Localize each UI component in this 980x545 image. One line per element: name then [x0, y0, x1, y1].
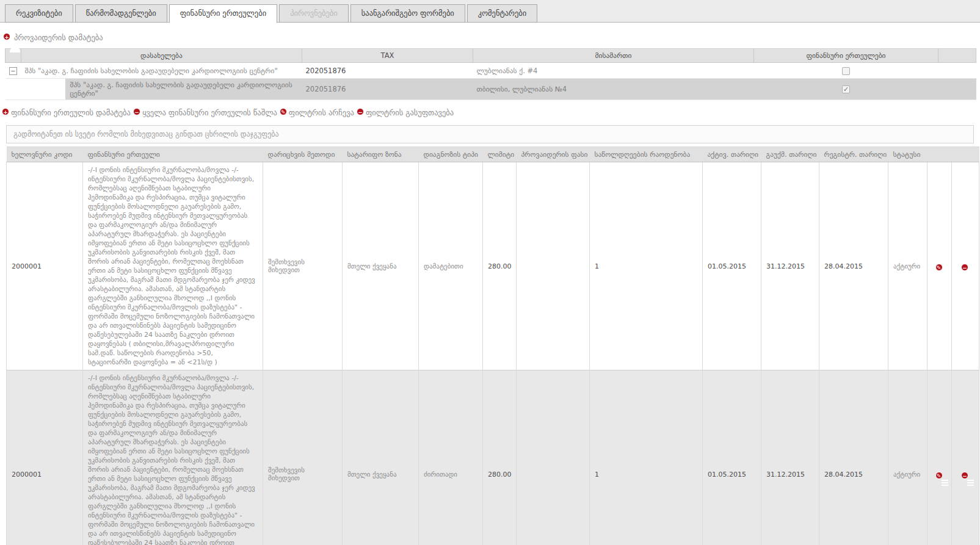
unit-activation-date: 01.05.2015: [703, 162, 761, 370]
column-header-tax[interactable]: TAX: [302, 49, 473, 63]
minus-badge-icon: −: [133, 108, 140, 115]
column-header-limit[interactable]: ლიმიტი: [483, 147, 517, 162]
column-header-code[interactable]: ხელოვნური კოდი: [7, 147, 83, 162]
column-header-diagnosis-type[interactable]: დიაგნოზის ტიპი: [419, 147, 483, 162]
add-financial-unit-label: ფინანსური ერთეულის დამატება: [11, 108, 131, 117]
column-header-cancel-date[interactable]: გაუქმ. თარიღი: [761, 147, 819, 162]
column-header-provider-price[interactable]: პროვაიდერის ფასი: [517, 147, 590, 162]
column-header-edit: [927, 147, 952, 162]
financial-units-page: რეკვიზიტები წარმომადგენლები ფინანსური ერ…: [0, 0, 980, 545]
unit-code: 2000001: [7, 162, 83, 370]
column-header-bed-days[interactable]: საწოლდღეების რაოდენობა: [590, 147, 703, 162]
column-header-fin-units[interactable]: ფინანსური ერთეულები: [754, 49, 938, 63]
branch-tax: 202051876: [302, 79, 473, 100]
edit-cell: ✎: [927, 370, 952, 545]
tab-report-forms[interactable]: საანგარიშგებო ფორმები: [350, 4, 465, 23]
plus-badge-icon: +: [2, 108, 9, 115]
financial-unit-row: 2000001 -/-I დონის ინტენსიური მკურნალობა…: [7, 162, 979, 370]
unit-cancel-date: 31.12.2015: [761, 370, 819, 545]
column-header-spacer: [938, 49, 976, 63]
edit-badge-icon: ✎: [935, 472, 943, 479]
clear-filter-label: ფილტრის გასუფთავება: [366, 108, 454, 117]
fin-units-cell: ✓: [754, 79, 938, 100]
delete-cell: −: [952, 370, 979, 545]
expander-cell: [5, 79, 21, 100]
tab-financial-units[interactable]: ფინანსური ერთეულები: [169, 4, 277, 23]
unit-activation-date: 01.05.2015: [703, 370, 761, 545]
tab-strip: რეკვიზიტები წარმომადგენლები ფინანსური ერ…: [0, 0, 980, 23]
add-financial-unit-button[interactable]: + ფინანსური ერთეულის დამატება: [6, 108, 131, 117]
select-filter-label: ფილტრის არჩევა: [289, 108, 354, 117]
provider-branch-row[interactable]: შპს "აკად. გ. ჩაფიძის სახელობის გადაუდებ…: [5, 79, 976, 100]
edit-badge-icon: ✎: [280, 108, 287, 115]
add-provider-button[interactable]: + პროვაიდერის დამატება: [7, 33, 980, 42]
unit-limit: 280.00: [483, 162, 517, 370]
edit-badge-icon: ✎: [935, 264, 943, 271]
branch-address: თბილისი, ლუბლიანას №4: [473, 79, 754, 100]
financial-units-toolbar: + ფინანსური ერთეულის დამატება − ყველა ფი…: [6, 108, 980, 117]
minus-badge-icon: −: [357, 108, 364, 115]
delete-all-financial-units-label: ყველა ფინანსური ერთეულის წაშლა: [142, 108, 277, 117]
collapse-icon[interactable]: −: [9, 67, 17, 75]
tab-requisites[interactable]: რეკვიზიტები: [5, 4, 73, 23]
unit-diagnosis-type: ძირითადი: [419, 370, 483, 545]
unit-code: 2000001: [7, 370, 83, 545]
column-header-tariff-zone[interactable]: სატარიფო ზონა: [343, 147, 419, 162]
column-header-name[interactable]: დასახელება: [21, 49, 302, 63]
unit-diagnosis-type: დამატებითი: [419, 162, 483, 370]
minus-badge-icon: −: [961, 472, 968, 479]
unit-registration-date: 28.04.2015: [819, 162, 888, 370]
delete-cell: −: [952, 162, 979, 370]
financial-units-table: ხელოვნური კოდი ფინანსური ერთეული დარიცხვ…: [6, 146, 979, 545]
column-header-accrual-method[interactable]: დარიცხვის მეთოდი: [263, 147, 343, 162]
group-by-drop-zone[interactable]: გადმოიტანეთ ის სვეტი რომლის მიხედვითაც გ…: [6, 125, 974, 143]
unit-description: -/-I დონის ინტენსიური მკურნალობა/მოვლა -…: [83, 370, 263, 545]
unit-description: -/-I დონის ინტენსიური მკურნალობა/მოვლა -…: [83, 162, 263, 370]
unit-tariff-zone: მთელი ქვეყანა: [343, 370, 419, 545]
unit-accrual-method: შემთხვევის მიხედვით: [263, 162, 343, 370]
provider-row[interactable]: − შპს "აკად. გ. ჩაფიძის სახელობის გადაუდ…: [5, 63, 976, 79]
column-header-address[interactable]: მისამართი: [473, 49, 754, 63]
financial-units-checkbox-checked[interactable]: ✓: [842, 85, 850, 93]
column-header-activation-date[interactable]: აქტივ. თარიღი: [703, 147, 761, 162]
provider-name: შპს "აკად. გ. ჩაფიძის სახელობის გადაუდებ…: [21, 63, 302, 79]
unit-accrual-method: შემთხვევის მიხედვით: [263, 370, 343, 545]
row-spacer: [938, 79, 976, 100]
financial-units-checkbox[interactable]: ✓: [842, 67, 850, 75]
add-provider-label: პროვაიდერის დამატება: [14, 33, 103, 42]
delete-all-financial-units-button[interactable]: − ყველა ფინანსური ერთეულის წაშლა: [137, 108, 277, 117]
units-header-row: ხელოვნური კოდი ფინანსური ერთეული დარიცხვ…: [7, 147, 979, 162]
unit-status: აქტიური: [888, 162, 927, 370]
tab-representatives[interactable]: წარმომადგენლები: [75, 4, 167, 23]
unit-provider-price: [517, 162, 590, 370]
provider-tax: 202051876: [302, 63, 473, 79]
edit-cell: ✎: [927, 162, 952, 370]
expander-cell: −: [5, 63, 21, 79]
minus-badge-icon: −: [961, 264, 968, 271]
unit-limit: 280.00: [483, 370, 517, 545]
row-spacer: [938, 63, 976, 79]
column-header-registration-date[interactable]: რეგისტრ. თარიღი: [819, 147, 888, 162]
unit-bed-days: 1: [590, 370, 703, 545]
column-header-delete: [952, 147, 979, 162]
providers-table: დასახელება TAX მისამართი ფინანსური ერთეუ…: [5, 48, 976, 100]
unit-tariff-zone: მთელი ქვეყანა: [343, 162, 419, 370]
column-header-financial-unit[interactable]: ფინანსური ერთეული: [83, 147, 263, 162]
unit-registration-date: 28.04.2015: [819, 370, 888, 545]
tab-comments[interactable]: კომენტარები: [467, 4, 537, 23]
provider-address: ლუბლიანას ქ. #4: [473, 63, 754, 79]
unit-cancel-date: 31.12.2015: [761, 162, 819, 370]
unit-provider-price: [517, 370, 590, 545]
clear-filter-button[interactable]: − ფილტრის გასუფთავება: [361, 108, 454, 117]
fin-units-cell: ✓: [754, 63, 938, 79]
plus-badge-icon: +: [3, 33, 10, 40]
financial-unit-row: 2000001 -/-I დონის ინტენსიური მკურნალობა…: [7, 370, 979, 545]
unit-status: აქტიური: [888, 370, 927, 545]
unit-bed-days: 1: [590, 162, 703, 370]
providers-header-row: დასახელება TAX მისამართი ფინანსური ერთეუ…: [5, 49, 976, 63]
branch-name: შპს "აკად. გ. ჩაფიძის სახელობის გადაუდებ…: [21, 79, 302, 100]
column-header-status[interactable]: სტატუსი: [888, 147, 927, 162]
select-filter-button[interactable]: ✎ ფილტრის არჩევა: [284, 108, 354, 117]
tab-persons: პიროვნებები: [279, 4, 349, 23]
